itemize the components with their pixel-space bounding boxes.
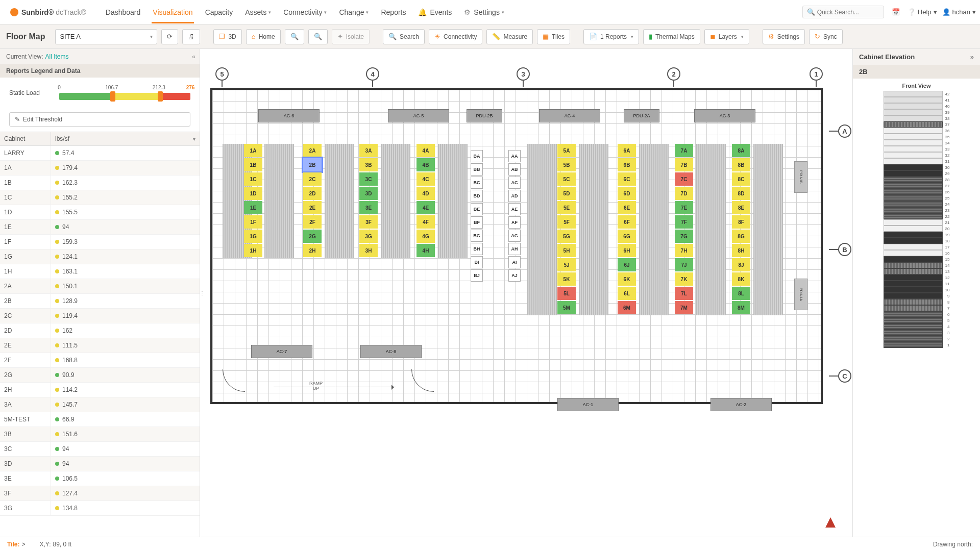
ru-slot[interactable] (884, 232, 943, 238)
ru-37[interactable]: 37 (884, 121, 950, 128)
rack-BE[interactable]: BE (471, 203, 483, 215)
ru-slot[interactable] (884, 213, 943, 219)
ru-slot[interactable] (884, 201, 943, 207)
ru-22[interactable]: 22 (884, 213, 950, 219)
ru-6[interactable]: 6 (884, 311, 950, 317)
ru-slot[interactable] (884, 323, 943, 330)
rack-1H[interactable]: 1H (244, 244, 262, 257)
ru-2[interactable]: 2 (884, 336, 950, 342)
help-menu[interactable]: ❔Help▾ (908, 8, 937, 16)
table-row[interactable]: 5M-TEST 66.9 (0, 412, 200, 427)
site-selector[interactable]: SITE A ▾ (55, 29, 157, 44)
print-button[interactable]: 🖨 (182, 29, 200, 44)
ac-unit[interactable]: AC-5 (388, 109, 449, 122)
ru-slot[interactable] (884, 226, 943, 232)
rack-AF[interactable]: AF (508, 216, 521, 229)
nav-reports[interactable]: Reports (380, 1, 407, 23)
rack-8E[interactable]: 8E (732, 201, 750, 214)
ru-36[interactable]: 36 (884, 128, 950, 134)
ru-21[interactable]: 21 (884, 219, 950, 226)
tiles-button[interactable]: ▦Tiles (537, 29, 570, 44)
rack-1C[interactable]: 1C (244, 172, 262, 186)
nav-visualization[interactable]: Visualization (152, 1, 193, 23)
table-row[interactable]: 1D 155.5 (0, 205, 200, 220)
rack-2E[interactable]: 2E (303, 201, 322, 214)
ru-24[interactable]: 24 (884, 201, 950, 207)
ru-3[interactable]: 3 (884, 330, 950, 336)
ru-slot[interactable] (884, 238, 943, 244)
ac-unit[interactable]: AC-7 (251, 345, 312, 358)
rack-6H[interactable]: 6H (618, 244, 636, 257)
rack-2B[interactable]: 2B (303, 158, 322, 171)
thermal-button[interactable]: ▮Thermal Maps (643, 29, 700, 44)
rack-6J[interactable]: 6J (618, 258, 636, 271)
rack-8H[interactable]: 8H (732, 244, 750, 257)
rack-5G[interactable]: 5G (557, 230, 576, 243)
rack-BH[interactable]: BH (471, 243, 483, 255)
ac-unit[interactable]: AC-4 (539, 109, 600, 122)
ru-42[interactable]: 42 (884, 91, 950, 97)
ru-slot[interactable] (884, 281, 943, 287)
ru-slot[interactable] (884, 128, 943, 134)
ru-34[interactable]: 34 (884, 140, 950, 146)
nav-events[interactable]: 🔔Events (417, 1, 453, 23)
rack-7C[interactable]: 7C (675, 172, 693, 186)
rack-1G[interactable]: 1G (244, 230, 262, 243)
connectivity-button[interactable]: ☀Connectivity (429, 29, 482, 44)
rack-8J[interactable]: 8J (732, 258, 750, 271)
rack-8K[interactable]: 8K (732, 272, 750, 286)
nav-connectivity[interactable]: Connectivity▾ (282, 1, 328, 23)
grid-body[interactable]: LARRY 57.41A 179.41B 162.31C 155.21D 155… (0, 146, 200, 537)
rack-7B[interactable]: 7B (675, 158, 693, 171)
ru-29[interactable]: 29 (884, 170, 950, 177)
rack-8G[interactable]: 8G (732, 230, 750, 243)
rack-4F[interactable]: 4F (416, 215, 435, 229)
table-row[interactable]: 3F 127.4 (0, 486, 200, 501)
ru-40[interactable]: 40 (884, 103, 950, 109)
search-button[interactable]: 🔍Search (383, 29, 425, 44)
ru-slot[interactable] (884, 219, 943, 226)
ru-slot[interactable] (884, 109, 943, 115)
ru-slot[interactable] (884, 256, 943, 262)
rack-3B[interactable]: 3B (359, 158, 378, 171)
table-row[interactable]: 1E 94 (0, 220, 200, 235)
rack-7A[interactable]: 7A (675, 144, 693, 157)
pdu-unit[interactable]: PDU-1B (794, 161, 807, 193)
settings-button[interactable]: ⚙Settings (763, 29, 805, 44)
ru-slot[interactable] (884, 103, 943, 109)
ru-slot[interactable] (884, 330, 943, 336)
rack-4E[interactable]: 4E (416, 201, 435, 214)
rack-6G[interactable]: 6G (618, 230, 636, 243)
ru-8[interactable]: 8 (884, 299, 950, 305)
rack-2C[interactable]: 2C (303, 172, 322, 186)
rack-3F[interactable]: 3F (359, 215, 378, 229)
ru-slot[interactable] (884, 134, 943, 140)
ru-slot[interactable] (884, 207, 943, 213)
rack-BG[interactable]: BG (471, 230, 483, 242)
rack-3A[interactable]: 3A (359, 144, 378, 157)
ru-20[interactable]: 20 (884, 226, 950, 232)
ru-slot[interactable] (884, 91, 943, 97)
rack-6D[interactable]: 6D (618, 187, 636, 200)
ru-slot[interactable] (884, 311, 943, 317)
rack-2F[interactable]: 2F (303, 215, 322, 229)
ru-slot[interactable] (884, 250, 943, 256)
ru-slot[interactable] (884, 97, 943, 103)
ru-31[interactable]: 31 (884, 158, 950, 164)
ru-28[interactable]: 28 (884, 177, 950, 183)
rack-BB[interactable]: BB (471, 163, 483, 176)
table-row[interactable]: 2F 168.8 (0, 353, 200, 368)
ac-unit[interactable]: AC-2 (710, 398, 772, 411)
rack-AJ[interactable]: AJ (508, 269, 521, 282)
rack-5L[interactable]: 5L (557, 287, 576, 300)
ru-11[interactable]: 11 (884, 281, 950, 287)
rack-8A[interactable]: 8A (732, 144, 750, 157)
rack-5E[interactable]: 5E (557, 201, 576, 214)
reports-dropdown[interactable]: 📄1 Reports▾ (583, 29, 639, 44)
ru-25[interactable]: 25 (884, 195, 950, 201)
rack-1E[interactable]: 1E (244, 201, 262, 214)
rack-7D[interactable]: 7D (675, 187, 693, 200)
panel-splitter[interactable]: ⋮ (200, 49, 204, 537)
table-row[interactable]: 3A 145.7 (0, 397, 200, 412)
rack-2A[interactable]: 2A (303, 144, 322, 157)
